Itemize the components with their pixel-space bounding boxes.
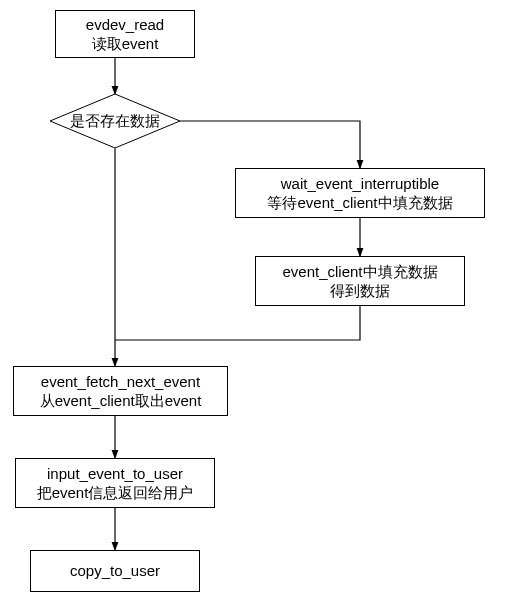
node-fetch-next-event-line2: 从event_client取出event xyxy=(40,391,202,411)
node-evdev-read-line2: 读取event xyxy=(92,34,159,54)
node-evdev-read: evdev_read 读取event xyxy=(55,10,195,58)
node-copy-to-user: copy_to_user xyxy=(30,550,200,592)
node-input-event-to-user-line1: input_event_to_user xyxy=(47,464,183,484)
node-copy-to-user-line1: copy_to_user xyxy=(70,561,160,581)
node-input-event-to-user-line2: 把event信息返回给用户 xyxy=(37,483,194,503)
node-event-client-filled: event_client中填充数据 得到数据 xyxy=(255,256,465,306)
node-wait-event: wait_event_interruptible 等待event_client中… xyxy=(235,168,485,218)
node-input-event-to-user: input_event_to_user 把event信息返回给用户 xyxy=(15,458,215,508)
flowchart-connectors xyxy=(0,0,514,613)
node-fetch-next-event-line1: event_fetch_next_event xyxy=(41,372,200,392)
node-wait-event-line2: 等待event_client中填充数据 xyxy=(267,193,452,213)
node-fetch-next-event: event_fetch_next_event 从event_client取出ev… xyxy=(13,366,228,416)
node-decision: 是否存在数据 xyxy=(50,94,180,148)
node-event-client-filled-line2: 得到数据 xyxy=(330,281,390,301)
node-decision-label: 是否存在数据 xyxy=(70,112,160,130)
node-wait-event-line1: wait_event_interruptible xyxy=(281,174,439,194)
node-event-client-filled-line1: event_client中填充数据 xyxy=(282,262,437,282)
node-evdev-read-line1: evdev_read xyxy=(86,15,164,35)
